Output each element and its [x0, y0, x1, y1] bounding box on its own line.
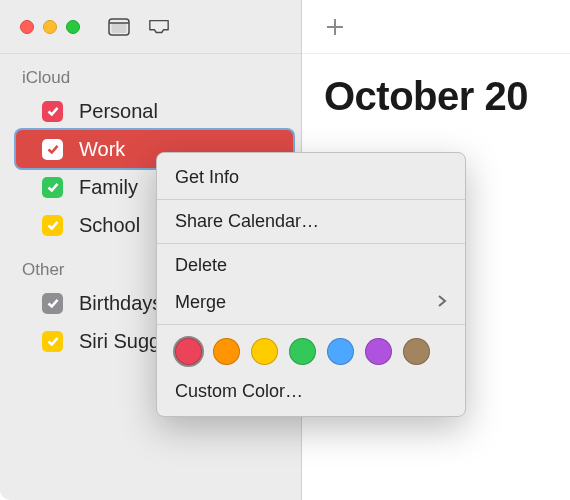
menu-separator: [157, 199, 465, 200]
color-swatch-blue[interactable]: [327, 338, 354, 365]
menu-separator: [157, 324, 465, 325]
month-title: October 20: [324, 74, 528, 118]
menu-separator: [157, 243, 465, 244]
color-swatch-orange[interactable]: [213, 338, 240, 365]
titlebar: [0, 0, 301, 54]
calendar-label: Birthdays: [79, 292, 162, 315]
zoom-icon[interactable]: [66, 20, 80, 34]
menu-label: Delete: [175, 255, 227, 276]
menu-get-info[interactable]: Get Info: [157, 159, 465, 196]
menu-share-calendar[interactable]: Share Calendar…: [157, 203, 465, 240]
menu-label: Custom Color…: [175, 381, 303, 402]
chevron-right-icon: [437, 292, 447, 313]
checkbox-icon[interactable]: [42, 215, 63, 236]
month-header: October 20: [302, 54, 570, 119]
context-menu: Get Info Share Calendar… Delete Merge Cu…: [156, 152, 466, 417]
calendar-label: School: [79, 214, 140, 237]
menu-label: Get Info: [175, 167, 239, 188]
checkbox-icon[interactable]: [42, 101, 63, 122]
close-icon[interactable]: [20, 20, 34, 34]
calendar-label: Personal: [79, 100, 158, 123]
calendars-toggle-icon[interactable]: [108, 16, 130, 38]
calendar-item-personal[interactable]: Personal: [0, 92, 301, 130]
window-controls: [20, 20, 80, 34]
checkbox-icon[interactable]: [42, 139, 63, 160]
color-swatch-red[interactable]: [175, 338, 202, 365]
minimize-icon[interactable]: [43, 20, 57, 34]
color-swatch-green[interactable]: [289, 338, 316, 365]
menu-custom-color[interactable]: Custom Color…: [157, 373, 465, 410]
inbox-icon[interactable]: [148, 16, 170, 38]
color-swatch-row: [157, 328, 465, 373]
svg-rect-1: [112, 23, 127, 33]
menu-label: Share Calendar…: [175, 211, 319, 232]
color-swatch-yellow[interactable]: [251, 338, 278, 365]
main-toolbar: [302, 0, 570, 54]
checkbox-icon[interactable]: [42, 331, 63, 352]
checkbox-icon[interactable]: [42, 177, 63, 198]
checkbox-icon[interactable]: [42, 293, 63, 314]
color-swatch-purple[interactable]: [365, 338, 392, 365]
menu-merge[interactable]: Merge: [157, 284, 465, 321]
add-event-button[interactable]: [324, 16, 346, 38]
menu-delete[interactable]: Delete: [157, 247, 465, 284]
group-label-icloud: iCloud: [0, 62, 301, 92]
color-swatch-brown[interactable]: [403, 338, 430, 365]
menu-label: Merge: [175, 292, 226, 313]
calendar-label: Work: [79, 138, 125, 161]
calendar-label: Family: [79, 176, 138, 199]
